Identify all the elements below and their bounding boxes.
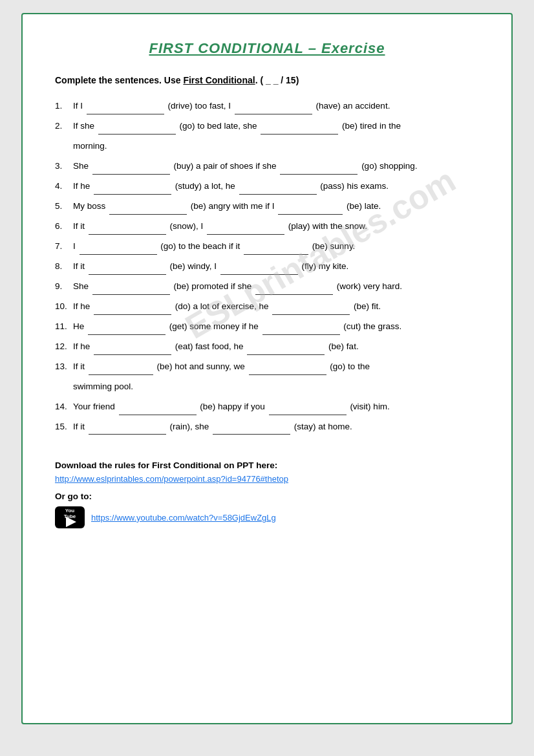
or-goto-label: Or go to: xyxy=(55,491,479,501)
exercise-item-11: 11. He (get) some money if he (cut) the … xyxy=(55,319,479,335)
exercise-item-2: 2. If she (go) to bed late, she (be) tir… xyxy=(55,118,479,135)
exercise-item-8: 8. If it (be) windy, I (fly) my kite. xyxy=(55,259,479,275)
exercise-list: 1. If I (drive) too fast, I (have) an ac… xyxy=(55,98,479,435)
download-label: Download the rules for First Conditional… xyxy=(55,460,479,470)
exercise-item-6: 6. If it (snow), I (play) with the snow. xyxy=(55,219,479,235)
exercise-item-10: 10. If he (do) a lot of exercise, he (be… xyxy=(55,299,479,315)
worksheet-page: FIRST CONDITIONAL – Exercise Complete th… xyxy=(21,13,513,724)
youtube-row: YouTube https://www.youtube.com/watch?v=… xyxy=(55,506,479,528)
ppt-link[interactable]: http://www.eslprintables.com/powerpoint.… xyxy=(55,474,288,484)
exercise-item-12: 12. If he (eat) fast food, he (be) fat. xyxy=(55,339,479,355)
exercise-item-9: 9. She (be) promoted if she (work) very … xyxy=(55,279,479,295)
exercise-item-1: 1. If I (drive) too fast, I (have) an ac… xyxy=(55,98,479,114)
page-title: FIRST CONDITIONAL – Exercise xyxy=(55,40,479,57)
youtube-icon: YouTube xyxy=(55,506,85,528)
exercise-item-5: 5. My boss (be) angry with me if I (be) … xyxy=(55,199,479,215)
instructions: Complete the sentences. Use First Condit… xyxy=(55,75,479,85)
footer: Download the rules for First Conditional… xyxy=(55,460,479,528)
exercise-item-4: 4. If he (study) a lot, he (pass) his ex… xyxy=(55,178,479,195)
exercise-item-13: 13. If it (be) hot and sunny, we (go) to… xyxy=(55,359,479,375)
exercise-item-3: 3. She (buy) a pair of shoes if she (go)… xyxy=(55,158,479,175)
exercise-item-15: 15. If it (rain), she (stay) at home. xyxy=(55,419,479,435)
exercise-item-14: 14. Your friend (be) happy if you (visit… xyxy=(55,399,479,415)
youtube-link[interactable]: https://www.youtube.com/watch?v=58GjdEwZ… xyxy=(91,513,276,523)
exercise-item-7: 7. I (go) to the beach if it (be) sunny. xyxy=(55,239,479,255)
